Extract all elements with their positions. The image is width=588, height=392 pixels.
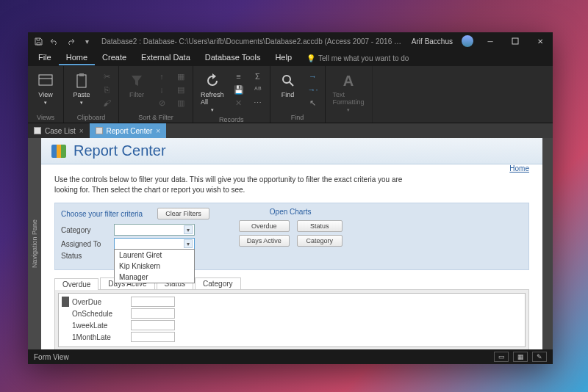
close-icon[interactable]: ×	[79, 127, 84, 135]
filter-button[interactable]: Filter	[123, 70, 150, 100]
sort-asc-icon[interactable]: ↑	[154, 70, 169, 82]
tell-me-search[interactable]: 💡 Tell me what you want to do	[299, 54, 416, 62]
chevron-down-icon: ▾	[184, 225, 193, 234]
spelling-icon[interactable]: ᴬᴮ	[251, 84, 265, 95]
ribbon-group-clipboard: Clipboard	[68, 112, 114, 123]
subtab-overdue[interactable]: Overdue	[54, 278, 98, 290]
refresh-icon	[204, 72, 221, 90]
menu-help[interactable]: Help	[268, 51, 299, 65]
status-label: Status	[61, 252, 114, 260]
chart-button-status[interactable]: Status	[297, 220, 343, 232]
statusbar: Form View ▭ ▦ ✎	[28, 349, 553, 364]
chart-button-category[interactable]: Category	[297, 235, 343, 247]
totals-icon[interactable]: Σ	[251, 70, 265, 82]
replace-icon[interactable]: →	[306, 70, 320, 82]
new-record-icon[interactable]: ≡	[232, 70, 246, 82]
titlebar: ▾ Database2 : Database- C:\Users\arifb\D…	[28, 32, 553, 50]
goto-icon[interactable]: →·	[306, 84, 320, 95]
menu-file[interactable]: File	[31, 51, 59, 65]
close-button[interactable]: ✕	[528, 32, 553, 50]
view-icon	[37, 72, 54, 90]
home-link[interactable]: Home	[509, 164, 529, 173]
ribbon: View▾ Views Paste▾ ✂ ⎘ 🖌 Clipboard	[28, 66, 553, 123]
clear-filters-button[interactable]: Clear Filters	[157, 208, 209, 219]
form-bar-icon	[51, 145, 66, 158]
clipboard-icon	[73, 72, 90, 90]
subtab-category[interactable]: Category	[195, 277, 241, 289]
search-icon	[279, 72, 297, 90]
copy-icon[interactable]: ⎘	[99, 84, 114, 95]
category-combo[interactable]: ▾	[114, 224, 195, 236]
cut-icon[interactable]: ✂	[99, 70, 114, 82]
text-formatting-button[interactable]: A Text Formatting▾	[330, 70, 368, 115]
open-charts-heading: Open Charts	[239, 208, 343, 216]
undo-icon[interactable]	[50, 37, 59, 46]
svg-rect-1	[39, 75, 52, 85]
minimize-button[interactable]: ─	[478, 32, 503, 50]
qat-dropdown-icon[interactable]: ▾	[82, 37, 91, 46]
form-title: Report Center	[74, 142, 166, 159]
user-name[interactable]: Arif Bacchus	[407, 37, 457, 46]
toggle-filter-icon[interactable]: ▥	[173, 97, 188, 109]
delete-record-icon[interactable]: ✕	[232, 97, 246, 109]
select-icon[interactable]: ↖	[306, 97, 320, 109]
chart-button-overdue[interactable]: Overdue	[239, 220, 290, 232]
save-icon[interactable]	[34, 37, 43, 46]
close-icon[interactable]: ×	[156, 127, 160, 135]
lightbulb-icon: 💡	[306, 54, 315, 62]
menu-database-tools[interactable]: Database Tools	[198, 51, 268, 65]
view-button[interactable]: View▾	[32, 70, 59, 107]
refresh-all-button[interactable]: Refresh All▾	[198, 70, 227, 115]
form-icon	[34, 127, 41, 134]
criteria-heading: Choose your filter criteria	[61, 210, 143, 218]
remove-sort-icon[interactable]: ⊘	[154, 97, 169, 109]
record-selector[interactable]	[62, 297, 69, 307]
dropdown-option[interactable]: Laurent Giret	[115, 250, 194, 261]
dropdown-option[interactable]: Kip Kniskern	[115, 261, 194, 272]
find-button[interactable]: Find	[275, 70, 301, 100]
field-value[interactable]	[131, 320, 175, 330]
datasheet-view-icon[interactable]: ▦	[513, 352, 528, 362]
ribbon-group-find: Find	[275, 112, 320, 123]
ribbon-group-views: Views	[32, 112, 59, 123]
instructions-text: Use the controls below to filter your da…	[54, 175, 407, 195]
field-value[interactable]	[131, 297, 175, 307]
field-label: 1weekLate	[72, 322, 131, 330]
menu-home[interactable]: Home	[59, 51, 95, 65]
selection-filter-icon[interactable]: ▦	[173, 70, 188, 82]
navigation-pane-toggle[interactable]: Navigation Pane	[28, 138, 41, 349]
redo-icon[interactable]	[66, 37, 75, 46]
save-record-icon[interactable]: 💾	[232, 84, 246, 95]
assigned-to-dropdown: Laurent GiretKip KniskernManager	[114, 249, 195, 283]
category-label: Category	[61, 226, 114, 234]
menu-external-data[interactable]: External Data	[134, 51, 198, 65]
app-window: ▾ Database2 : Database- C:\Users\arifb\D…	[28, 32, 553, 364]
tab-report-center[interactable]: Report Center×	[90, 123, 167, 138]
field-label: 1MonthLate	[72, 333, 131, 341]
avatar[interactable]	[462, 35, 473, 47]
text-format-icon: A	[340, 72, 357, 90]
chart-button-days-active[interactable]: Days Active	[239, 235, 290, 247]
status-text: Form View	[34, 353, 69, 361]
advanced-filter-icon[interactable]: ▤	[173, 84, 188, 95]
svg-point-5	[283, 76, 290, 83]
more-records-icon[interactable]: ⋯	[251, 97, 265, 109]
layout-view-icon[interactable]: ✎	[532, 352, 547, 362]
vertical-scrollbar[interactable]	[542, 138, 553, 349]
document-tabs: Case List×Report Center×	[28, 123, 553, 138]
form-view-icon[interactable]: ▭	[494, 352, 509, 362]
dropdown-option[interactable]: Manager	[115, 272, 194, 283]
maximize-button[interactable]	[503, 32, 528, 50]
sort-desc-icon[interactable]: ↓	[154, 84, 169, 95]
field-value[interactable]	[131, 332, 175, 342]
field-value[interactable]	[131, 308, 175, 319]
tab-case-list[interactable]: Case List×	[28, 123, 90, 138]
menu-create[interactable]: Create	[95, 51, 134, 65]
field-label: OnSchedule	[72, 310, 131, 318]
assigned-label: Assigned To	[61, 240, 114, 248]
form-area: Report Center Home Use the controls belo…	[41, 138, 542, 349]
assigned-to-combo[interactable]: ▾	[114, 238, 195, 250]
format-painter-icon[interactable]: 🖌	[99, 97, 114, 109]
paste-button[interactable]: Paste▾	[68, 70, 95, 107]
form-icon	[96, 127, 103, 134]
